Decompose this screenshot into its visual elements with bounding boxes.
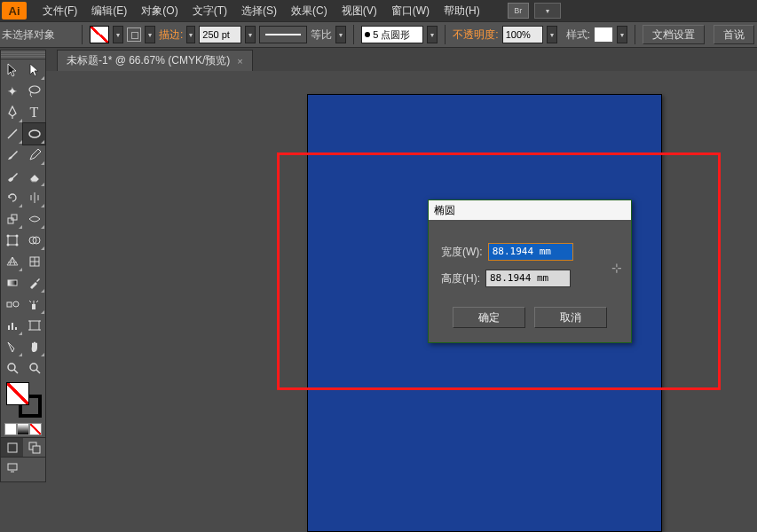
artboard-tool[interactable] <box>23 315 45 336</box>
svg-rect-17 <box>8 325 10 330</box>
canvas-area[interactable]: 椭圆 宽度(W): 88.1944 mm 高度(H): 88.1944 mm ⊹… <box>50 73 757 532</box>
graphic-style-swatch[interactable] <box>594 27 613 43</box>
cancel-button[interactable]: 取消 <box>534 307 607 328</box>
svg-rect-13 <box>8 280 17 286</box>
pencil-tool[interactable] <box>23 145 45 166</box>
blend-tool[interactable] <box>1 293 23 315</box>
column-graph-tool[interactable] <box>1 315 23 336</box>
draw-behind-mode[interactable] <box>23 437 45 457</box>
direct-selection-tool[interactable] <box>23 59 45 81</box>
ellipse-tool[interactable] <box>23 123 45 145</box>
svg-point-8 <box>6 244 9 246</box>
stroke-stepper[interactable] <box>186 26 195 43</box>
menu-type[interactable]: 文字(T) <box>185 4 234 19</box>
svg-rect-27 <box>33 446 40 453</box>
lasso-tool[interactable] <box>23 81 45 102</box>
stroke-weight-field[interactable]: 250 pt <box>199 26 241 43</box>
menu-edit[interactable]: 编辑(E) <box>84 4 134 19</box>
screen-mode[interactable] <box>1 457 23 476</box>
menu-view[interactable]: 视图(V) <box>335 4 384 19</box>
fill-dropdown[interactable] <box>113 26 123 43</box>
separator <box>445 25 446 44</box>
toolbox: ✦ T <box>0 50 46 482</box>
selection-tool[interactable] <box>1 59 23 81</box>
gradient-tool[interactable] <box>1 272 23 293</box>
menu-select[interactable]: 选择(S) <box>234 4 284 19</box>
pen-tool[interactable] <box>1 102 23 123</box>
height-label: 高度(H): <box>441 271 480 286</box>
menu-file[interactable]: 文件(F) <box>35 4 84 19</box>
svg-point-15 <box>13 301 19 307</box>
line-tool[interactable] <box>1 123 23 145</box>
menu-effect[interactable]: 效果(C) <box>284 4 335 19</box>
rotate-tool[interactable] <box>1 187 23 208</box>
svg-point-23 <box>30 364 37 371</box>
eraser-tool[interactable] <box>23 166 45 187</box>
color-swatch[interactable] <box>4 423 17 435</box>
draw-normal-mode[interactable] <box>1 437 23 457</box>
toolbox-grip[interactable] <box>1 51 45 59</box>
type-tool[interactable]: T <box>23 102 45 123</box>
stroke-profile[interactable] <box>259 26 307 43</box>
svg-rect-25 <box>8 443 17 452</box>
menu-help[interactable]: 帮助(H) <box>437 4 487 19</box>
width-input[interactable]: 88.1944 mm <box>488 243 573 261</box>
stroke-weight-dropdown[interactable] <box>245 26 256 43</box>
document-tab-title: 未标题-1* @ 66.67% (CMYK/预览) <box>67 53 230 68</box>
svg-point-6 <box>6 235 9 238</box>
blob-brush-tool[interactable] <box>1 166 23 187</box>
fill-swatch[interactable] <box>90 26 109 43</box>
brush-definition[interactable]: 5 点圆形 <box>361 26 423 43</box>
svg-rect-16 <box>32 304 35 309</box>
menu-window[interactable]: 窗口(W) <box>384 4 437 19</box>
bridge-button[interactable]: Br <box>508 3 529 19</box>
magic-wand-tool[interactable]: ✦ <box>1 81 23 102</box>
stroke-label: 描边: <box>159 27 183 43</box>
eyedropper-tool[interactable] <box>23 272 45 293</box>
menu-object[interactable]: 对象(O) <box>134 4 185 19</box>
ok-button[interactable]: 确定 <box>453 307 525 328</box>
no-selection-label: 未选择对象 <box>2 27 55 43</box>
zoom-tool[interactable] <box>1 357 23 379</box>
opacity-label: 不透明度: <box>453 27 498 43</box>
fill-color-icon[interactable] <box>6 382 29 405</box>
hand-tool[interactable] <box>23 336 45 357</box>
height-input[interactable]: 88.1944 mm <box>485 270 571 287</box>
stroke-dropdown[interactable] <box>145 26 155 43</box>
constrain-proportions-icon[interactable]: ⊹ <box>611 261 622 275</box>
stroke-profile-dropdown[interactable] <box>335 26 346 43</box>
opacity-field[interactable]: 100% <box>502 26 543 43</box>
none-swatch[interactable] <box>29 423 42 435</box>
slice-tool[interactable] <box>1 336 23 357</box>
document-tab-bar: 未标题-1* @ 66.67% (CMYK/预览) × <box>0 48 757 71</box>
gradient-swatch[interactable] <box>17 423 29 435</box>
document-setup-button[interactable]: 文档设置 <box>643 25 705 44</box>
arrange-documents-button[interactable] <box>534 3 561 19</box>
fill-stroke-control[interactable] <box>1 379 47 421</box>
reflect-tool[interactable] <box>23 187 45 208</box>
paintbrush-tool[interactable] <box>1 145 23 166</box>
document-tab[interactable]: 未标题-1* @ 66.67% (CMYK/预览) × <box>57 50 253 71</box>
style-label: 样式: <box>566 27 590 43</box>
graphic-style-dropdown[interactable] <box>617 26 627 43</box>
mesh-tool[interactable] <box>23 251 45 272</box>
free-transform-tool[interactable] <box>1 230 23 251</box>
svg-rect-14 <box>7 302 12 307</box>
svg-line-1 <box>8 129 17 138</box>
close-tab-icon[interactable]: × <box>237 56 242 66</box>
stroke-swatch[interactable] <box>127 27 141 42</box>
svg-point-21 <box>8 364 15 371</box>
width-tool[interactable] <box>23 208 45 230</box>
preferences-button[interactable]: 首说 <box>714 25 754 44</box>
scale-tool[interactable] <box>1 208 23 230</box>
app-logo: Ai <box>2 2 27 20</box>
opacity-dropdown[interactable] <box>547 26 557 43</box>
symbol-sprayer-tool[interactable] <box>23 293 45 315</box>
brush-dropdown[interactable] <box>427 26 438 43</box>
ellipse-dialog: 椭圆 宽度(W): 88.1944 mm 高度(H): 88.1944 mm ⊹… <box>428 200 632 343</box>
perspective-grid-tool[interactable] <box>1 251 23 272</box>
svg-point-2 <box>29 130 40 137</box>
zoom-tool-2[interactable] <box>23 357 45 379</box>
shape-builder-tool[interactable] <box>23 230 45 251</box>
color-mode-row <box>1 421 45 437</box>
